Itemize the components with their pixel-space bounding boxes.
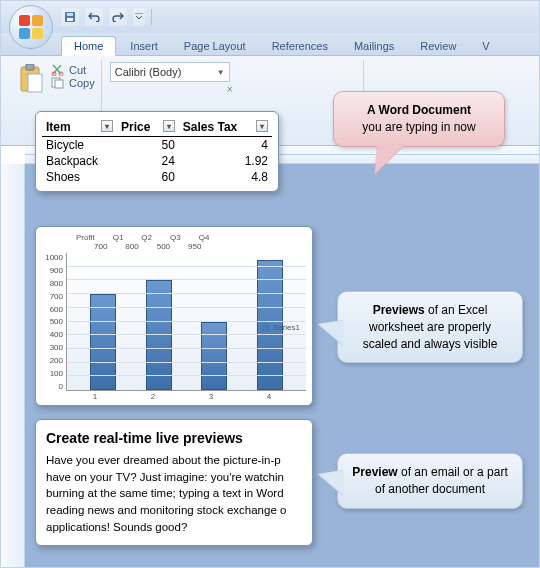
redo-button[interactable]	[109, 8, 127, 26]
callout-word-doc: A Word Documentyou are typing in now	[333, 91, 505, 147]
cut-button[interactable]: Cut	[51, 64, 95, 76]
office-button[interactable]	[9, 5, 53, 49]
tab-references[interactable]: References	[260, 37, 340, 55]
quick-access-toolbar	[1, 1, 539, 33]
qat-separator	[151, 9, 152, 25]
undo-button[interactable]	[85, 8, 103, 26]
excel-chart-preview-panel: ProfitQ1Q2Q3Q4700800500950 1000900800700…	[35, 226, 313, 406]
svg-rect-1	[67, 18, 73, 21]
tab-home[interactable]: Home	[61, 36, 116, 56]
document-preview-panel: Create real-time live previews Have you …	[35, 419, 313, 546]
tab-v[interactable]: V	[470, 37, 501, 55]
vertical-ruler[interactable]	[1, 164, 25, 567]
font-family-combobox[interactable]: Calibri (Body) ▼	[110, 62, 230, 82]
excel-table-preview-panel: Item▾Price▾Sales Tax▾ Bicycle504Backpack…	[35, 111, 279, 192]
office-logo-icon	[19, 15, 43, 39]
tab-insert[interactable]: Insert	[118, 37, 170, 55]
chevron-down-icon: ▼	[217, 68, 225, 77]
copy-icon	[51, 77, 65, 89]
svg-rect-2	[67, 13, 73, 16]
svg-rect-5	[28, 74, 42, 92]
copy-label: Copy	[69, 77, 95, 89]
table-row: Bicycle504	[42, 137, 272, 154]
save-button[interactable]	[61, 8, 79, 26]
filter-dropdown-icon[interactable]: ▾	[256, 120, 268, 132]
table-row: Shoes604.8	[42, 169, 272, 185]
table-header[interactable]: Sales Tax▾	[179, 118, 272, 137]
callout-excel-preview: Previews of an Excel worksheet are prope…	[337, 291, 523, 363]
ribbon-tabs: HomeInsertPage LayoutReferencesMailingsR…	[1, 33, 539, 56]
doc-preview-body: Have you ever dreamed about the picture-…	[46, 452, 302, 535]
qat-customize-button[interactable]	[133, 8, 145, 26]
word-window: HomeInsertPage LayoutReferencesMailingsR…	[0, 0, 540, 568]
tab-review[interactable]: Review	[408, 37, 468, 55]
chart-bar	[146, 280, 172, 390]
copy-button[interactable]: Copy	[51, 77, 95, 89]
tab-page-layout[interactable]: Page Layout	[172, 37, 258, 55]
doc-preview-title: Create real-time live previews	[46, 430, 302, 446]
paste-button[interactable]	[11, 62, 51, 96]
chart-bar	[201, 322, 227, 391]
scissors-icon	[51, 64, 65, 76]
font-x-indicator: ×	[227, 84, 233, 95]
table-header[interactable]: Price▾	[117, 118, 179, 137]
callout-email-preview: Preview of an email or a part of another…	[337, 453, 523, 509]
table-header[interactable]: Item▾	[42, 118, 117, 137]
preview-table: Item▾Price▾Sales Tax▾ Bicycle504Backpack…	[42, 118, 272, 185]
filter-dropdown-icon[interactable]: ▾	[101, 120, 113, 132]
svg-rect-4	[26, 64, 34, 70]
cut-label: Cut	[69, 64, 86, 76]
svg-rect-9	[55, 80, 63, 88]
table-row: Backpack241.92	[42, 153, 272, 169]
filter-dropdown-icon[interactable]: ▾	[163, 120, 175, 132]
chart-legend: Series1	[261, 323, 300, 332]
tab-mailings[interactable]: Mailings	[342, 37, 406, 55]
